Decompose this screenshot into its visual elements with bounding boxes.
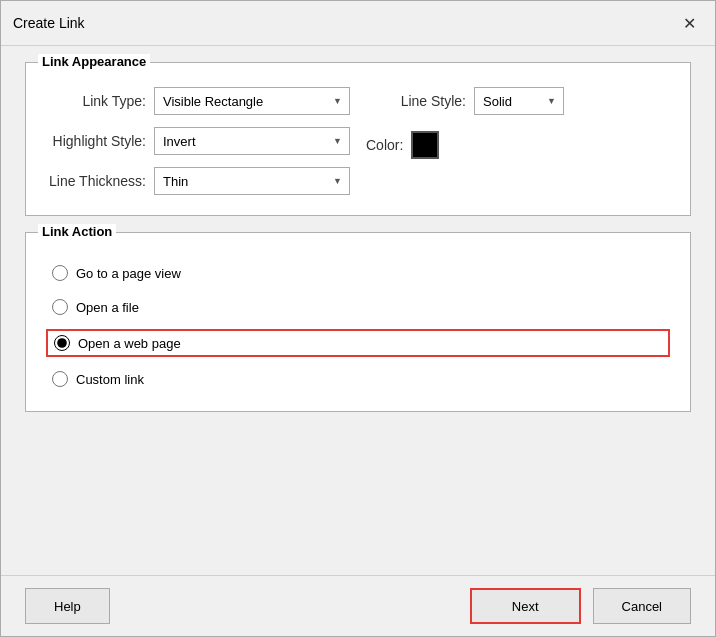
color-row: Color: [366, 127, 439, 159]
radio-open-web-page-input[interactable] [54, 335, 70, 351]
radio-go-to-page-label: Go to a page view [76, 266, 181, 281]
dialog-body: Link Appearance Link Type: Visible Recta… [1, 46, 715, 575]
radio-go-to-page: Go to a page view [46, 261, 670, 285]
help-button[interactable]: Help [25, 588, 110, 624]
line-style-select[interactable]: Solid Dashed Underline [474, 87, 564, 115]
radio-custom-link-input[interactable] [52, 371, 68, 387]
radio-custom-link-label: Custom link [76, 372, 144, 387]
link-appearance-section: Link Appearance Link Type: Visible Recta… [25, 62, 691, 216]
radio-custom-link: Custom link [46, 367, 670, 391]
color-picker[interactable] [411, 131, 439, 159]
radio-group: Go to a page view Open a file Open a web… [46, 261, 670, 391]
link-action-section: Link Action Go to a page view Open a fil… [25, 232, 691, 412]
link-type-select-wrapper: Visible Rectangle Invisible Rectangle [154, 87, 350, 115]
line-style-select-wrapper: Solid Dashed Underline [474, 87, 564, 115]
title-bar: Create Link ✕ [1, 1, 715, 46]
next-button[interactable]: Next [470, 588, 581, 624]
close-button[interactable]: ✕ [675, 9, 703, 37]
line-style-label: Line Style: [366, 93, 466, 109]
radio-open-web-page: Open a web page [46, 329, 670, 357]
appearance-grid: Link Type: Visible Rectangle Invisible R… [46, 87, 670, 195]
link-type-row: Link Type: Visible Rectangle Invisible R… [46, 87, 350, 115]
color-label: Color: [366, 137, 403, 153]
link-appearance-title: Link Appearance [38, 54, 150, 69]
highlight-style-select-wrapper: Invert None Outline Push [154, 127, 350, 155]
highlight-style-select[interactable]: Invert None Outline Push [154, 127, 350, 155]
dialog-footer: Help Next Cancel [1, 575, 715, 636]
highlight-style-row: Highlight Style: Invert None Outline Pus… [46, 127, 350, 155]
link-type-label: Link Type: [46, 93, 146, 109]
radio-go-to-page-input[interactable] [52, 265, 68, 281]
highlight-style-label: Highlight Style: [46, 133, 146, 149]
line-thickness-label: Line Thickness: [46, 173, 146, 189]
create-link-dialog: Create Link ✕ Link Appearance Link Type:… [0, 0, 716, 637]
cancel-button[interactable]: Cancel [593, 588, 691, 624]
radio-open-web-page-label: Open a web page [78, 336, 181, 351]
link-action-title: Link Action [38, 224, 116, 239]
appearance-left: Link Type: Visible Rectangle Invisible R… [46, 87, 350, 195]
appearance-right: Line Style: Solid Dashed Underline Color… [366, 87, 670, 195]
line-thickness-select[interactable]: Thin Medium Thick [154, 167, 350, 195]
link-type-select[interactable]: Visible Rectangle Invisible Rectangle [154, 87, 350, 115]
line-style-row: Line Style: Solid Dashed Underline [366, 87, 564, 115]
radio-open-file: Open a file [46, 295, 670, 319]
line-thickness-row: Line Thickness: Thin Medium Thick [46, 167, 350, 195]
dialog-title: Create Link [13, 15, 85, 31]
radio-open-file-input[interactable] [52, 299, 68, 315]
radio-open-file-label: Open a file [76, 300, 139, 315]
line-thickness-select-wrapper: Thin Medium Thick [154, 167, 350, 195]
